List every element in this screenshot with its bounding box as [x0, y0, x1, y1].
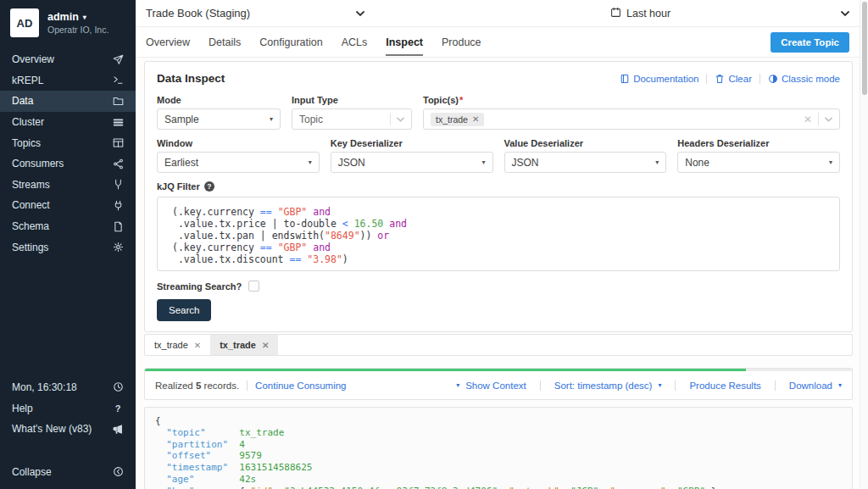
headers-deserializer-label: Headers Deserializer [677, 138, 840, 148]
content: Data Inspect Documentation Clear [136, 58, 860, 489]
streaming-search-label: Streaming Search? [157, 281, 242, 292]
tab-acls[interactable]: ACLs [342, 29, 368, 56]
sidebar-item-settings[interactable]: Settings [0, 236, 136, 258]
question-icon: ? [112, 403, 124, 414]
sidebar-item-data[interactable]: Data [0, 91, 136, 112]
sidebar-item-overview[interactable]: Overview [0, 49, 136, 70]
close-icon[interactable]: ✕ [194, 341, 201, 350]
topic-chip: tx_trade ✕ [431, 113, 484, 126]
search-button[interactable]: Search [157, 299, 211, 321]
chevron-down-icon[interactable]: ▾ [838, 381, 842, 389]
chevron-down-icon: ▾ [655, 158, 659, 166]
chevron-down-icon[interactable]: ▾ [658, 381, 661, 389]
result-tab[interactable]: tx_trade ✕ [145, 335, 210, 355]
mode-label: Mode [157, 95, 281, 105]
download-link[interactable]: Download [789, 381, 832, 391]
divider [775, 381, 776, 391]
produce-results-link[interactable]: Produce Results [689, 381, 760, 391]
record-count: 5 [196, 381, 201, 391]
create-topic-button[interactable]: Create Topic [771, 32, 849, 53]
sidebar-item-whats-new[interactable]: What's New (v83) [0, 419, 136, 440]
app-window: AD admin ▾ Operatr IO, Inc. Overview kRE… [0, 0, 868, 489]
time-range-picker[interactable]: Last hour [610, 7, 849, 20]
topics-multiselect[interactable]: tx_trade ✕ ✕ [423, 108, 840, 130]
plug-icon [112, 199, 124, 211]
book-icon [620, 74, 630, 84]
window-label: Window [157, 138, 320, 148]
chevron-down-icon[interactable]: ▾ [456, 381, 459, 389]
calendar-icon [610, 7, 621, 20]
realized-text: Realized 5 records. [155, 381, 239, 391]
documentation-link[interactable]: Documentation [620, 74, 698, 84]
megaphone-icon [112, 423, 124, 435]
chevron-down-icon: ▾ [270, 115, 273, 123]
main-area: Trade Book (Staging) Last hour Overview … [136, 0, 860, 489]
cluster-selector[interactable]: Trade Book (Staging) [146, 7, 364, 19]
results-toolbar: Realized 5 records. Continue Consuming ▾… [144, 368, 853, 400]
tab-configuration[interactable]: Configuration [259, 29, 322, 56]
key-deserializer-select[interactable]: JSON ▾ [331, 152, 493, 173]
tab-overview[interactable]: Overview [146, 29, 190, 56]
data-inspect-panel: Data Inspect Documentation Clear [144, 61, 853, 332]
document-icon [112, 220, 124, 232]
user-menu[interactable]: AD admin ▾ Operatr IO, Inc. [0, 0, 136, 49]
sidebar-item-streams[interactable]: Streams [0, 175, 136, 196]
sidebar-item-help[interactable]: Help ? [0, 397, 136, 419]
topbar: Trade Book (Staging) Last hour [136, 0, 860, 27]
chevron-down-icon: ▾ [309, 158, 312, 166]
half-circle-icon [768, 74, 778, 84]
value-deserializer-select[interactable]: JSON ▾ [504, 152, 667, 173]
divider [706, 74, 707, 84]
divider [540, 381, 541, 391]
sidebar-item-krepl[interactable]: kREPL [0, 70, 136, 92]
gear-icon [112, 242, 124, 253]
chevron-down-icon: ▾ [83, 14, 86, 21]
headers-deserializer-select[interactable]: None ▾ [677, 152, 840, 173]
sidebar-nav: Overview kREPL Data Cluster Topics Consu… [0, 49, 136, 258]
sidebar: AD admin ▾ Operatr IO, Inc. Overview kRE… [0, 0, 136, 489]
chevron-down-icon: ▾ [829, 158, 832, 166]
clock-icon [112, 381, 124, 393]
input-type-select[interactable]: Topic [292, 108, 412, 130]
scrollbar-thumb[interactable] [862, 2, 867, 95]
tab-details[interactable]: Details [209, 29, 241, 56]
close-icon[interactable]: ✕ [262, 341, 269, 350]
sidebar-item-topics[interactable]: Topics [0, 132, 136, 153]
terminal-icon [112, 75, 124, 86]
sidebar-item-schema[interactable]: Schema [0, 216, 136, 237]
record-json-viewer[interactable]: { "topic" tx_trade "partition" 4 "offset… [144, 407, 853, 489]
mode-select[interactable]: Sample ▾ [157, 108, 281, 130]
tab-inspect[interactable]: Inspect [386, 29, 423, 56]
sidebar-item-consumers[interactable]: Consumers [0, 153, 136, 175]
window-select[interactable]: Earliest ▾ [157, 152, 320, 173]
classic-mode-link[interactable]: Classic mode [768, 74, 840, 84]
show-context-link[interactable]: Show Context [465, 381, 526, 391]
panel-title: Data Inspect [157, 72, 225, 85]
sidebar-item-collapse[interactable]: Collapse [0, 461, 136, 482]
sidebar-item-cluster[interactable]: Cluster [0, 112, 136, 133]
divider [760, 74, 760, 84]
clear-link[interactable]: Clear [715, 74, 751, 84]
input-type-label: Input Type [292, 95, 412, 105]
server-icon [112, 116, 124, 128]
user-org: Operatr IO, Inc. [47, 25, 108, 35]
sidebar-item-connect[interactable]: Connect [0, 195, 136, 216]
sidebar-clock[interactable]: Mon, 16:30:18 [0, 377, 136, 398]
kjq-filter-editor[interactable]: (.key.currency == "GBP" and .value.tx.pr… [157, 197, 840, 271]
remove-chip-icon[interactable]: ✕ [472, 114, 479, 124]
time-range-value: Last hour [626, 8, 670, 19]
help-icon[interactable]: ? [204, 181, 214, 192]
page-scrollbar[interactable] [860, 0, 868, 489]
share-icon [112, 158, 124, 169]
clear-all-icon[interactable]: ✕ [804, 114, 812, 125]
chevron-down-icon [825, 117, 832, 122]
value-deserializer-label: Value Deserializer [504, 138, 667, 148]
result-tab-active[interactable]: tx_trade ✕ [210, 335, 278, 355]
sort-link[interactable]: Sort: timestamp (desc) [554, 381, 653, 391]
tab-produce[interactable]: Produce [442, 29, 481, 56]
streaming-search-checkbox[interactable] [248, 281, 259, 292]
divider [675, 381, 676, 391]
continue-consuming-link[interactable]: Continue Consuming [255, 381, 346, 391]
send-icon [112, 53, 124, 65]
collapse-icon [112, 466, 124, 478]
